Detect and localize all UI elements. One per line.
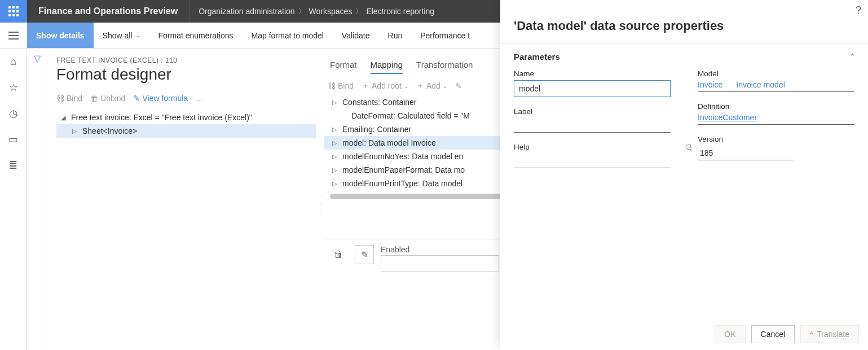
tab-mapping[interactable]: Mapping: [371, 56, 403, 74]
panel-title: 'Data model' data source properties: [500, 16, 868, 44]
breadcrumb-item[interactable]: Workspaces: [309, 7, 353, 16]
page-title: Format designer: [56, 65, 316, 84]
translate-icon: ᴬ: [810, 330, 813, 339]
add-root-button[interactable]: ＋Add root⌄: [362, 81, 408, 91]
link-icon: ⛓: [56, 94, 64, 103]
edit-icon[interactable]: ✎: [455, 81, 462, 90]
caret-right-icon: ▷: [331, 99, 338, 106]
chevron-down-icon: ⌄: [443, 83, 447, 89]
plus-icon: ＋: [362, 81, 369, 91]
translate-button: ᴬTranslate: [800, 325, 859, 343]
chevron-up-icon[interactable]: ˄: [851, 53, 854, 62]
name-input[interactable]: [514, 80, 671, 97]
chevron-right-icon: 〉: [355, 6, 363, 16]
app-title: Finance and Operations Preview: [27, 0, 190, 23]
bind-button[interactable]: ⛓Bind: [56, 94, 82, 103]
caret-right-icon: ▷: [331, 180, 338, 187]
view-formula-button[interactable]: ✎View formula: [133, 94, 188, 103]
bind-button[interactable]: ⛓Bind: [328, 81, 354, 90]
tree-row[interactable]: ▷ Sheet<Invoice>: [56, 124, 316, 138]
label-input[interactable]: [514, 118, 671, 133]
ok-button: OK: [715, 325, 745, 343]
parameters-section-header[interactable]: Parameters ˄: [500, 44, 868, 65]
filter-icon[interactable]: ▽: [27, 49, 47, 350]
left-rail: ⌂ ☆ ◷ ▭ ≣: [0, 49, 27, 350]
app-launcher-icon[interactable]: [0, 0, 27, 23]
pencil-icon: ✎: [133, 94, 140, 103]
model-label: Model: [698, 69, 854, 78]
help-input[interactable]: [514, 154, 671, 168]
star-icon[interactable]: ☆: [0, 79, 27, 96]
enabled-label: Enabled: [381, 245, 499, 254]
unbind-button[interactable]: 🗑Unbind: [90, 94, 125, 103]
help-icon[interactable]: ?: [856, 5, 861, 16]
show-details-button[interactable]: Show details: [27, 23, 94, 48]
validate-button[interactable]: Validate: [333, 23, 379, 48]
plus-icon: ＋: [416, 81, 424, 91]
clock-icon[interactable]: ◷: [0, 105, 27, 122]
enabled-input[interactable]: [381, 255, 499, 272]
add-button[interactable]: ＋Add⌄: [416, 81, 447, 91]
splitter-handle[interactable]: ···: [316, 56, 324, 350]
designer-mini-toolbar: ⛓Bind 🗑Unbind ✎View formula …: [56, 94, 316, 103]
more-icon[interactable]: …: [196, 94, 204, 103]
model-link[interactable]: Invoice: [698, 80, 722, 89]
breadcrumb: Organization administration 〉 Workspaces…: [190, 6, 443, 16]
performance-button[interactable]: Performance t: [411, 23, 479, 48]
context-crumb: FREE TEXT INVOICE (EXCEL) : 110: [56, 56, 316, 64]
model-link-alt[interactable]: Invoice model: [736, 80, 785, 89]
edit-icon[interactable]: ✎: [355, 245, 374, 264]
trash-icon[interactable]: 🗑: [329, 245, 348, 264]
trash-icon: 🗑: [90, 94, 98, 103]
hamburger-menu-icon[interactable]: [0, 35, 27, 36]
properties-panel: ? 'Data model' data source properties Pa…: [500, 0, 868, 350]
definition-link[interactable]: InvoiceCustomer: [698, 113, 757, 122]
caret-right-icon: ▷: [71, 128, 78, 135]
version-label: Version: [698, 135, 794, 143]
home-icon[interactable]: ⌂: [0, 53, 27, 70]
chevron-down-icon: ⌄: [136, 32, 140, 38]
run-button[interactable]: Run: [379, 23, 412, 48]
format-enumerations-button[interactable]: Format enumerations: [149, 23, 243, 48]
map-format-button[interactable]: Map format to model: [243, 23, 333, 48]
tab-transformations[interactable]: Transformation: [416, 56, 473, 74]
caret-down-icon: ◢: [60, 114, 67, 121]
chevron-down-icon: ⌄: [404, 83, 408, 89]
cancel-button[interactable]: Cancel: [751, 325, 795, 343]
show-all-button[interactable]: Show all⌄: [94, 23, 149, 48]
caret-right-icon: ▷: [331, 126, 338, 133]
tree-row[interactable]: ◢ Free text invoice: Excel = "Free text …: [56, 111, 316, 124]
breadcrumb-item[interactable]: Electronic reporting: [366, 7, 434, 16]
chevron-right-icon: 〉: [298, 6, 306, 16]
definition-label: Definition: [698, 102, 854, 111]
caret-right-icon: ▷: [331, 153, 338, 160]
name-label: Name: [514, 69, 671, 78]
help-label: Help: [514, 143, 671, 151]
list-icon[interactable]: ≣: [0, 157, 27, 174]
label-label: Label: [514, 107, 671, 116]
caret-right-icon: ▷: [331, 167, 338, 174]
version-value: 185: [698, 146, 794, 160]
link-icon: ⛓: [328, 81, 336, 90]
tab-format[interactable]: Format: [330, 56, 357, 74]
workspace-icon[interactable]: ▭: [0, 131, 27, 148]
caret-right-icon: ▷: [331, 139, 338, 147]
format-tree: ◢ Free text invoice: Excel = "Free text …: [56, 111, 316, 138]
breadcrumb-item[interactable]: Organization administration: [199, 7, 294, 16]
